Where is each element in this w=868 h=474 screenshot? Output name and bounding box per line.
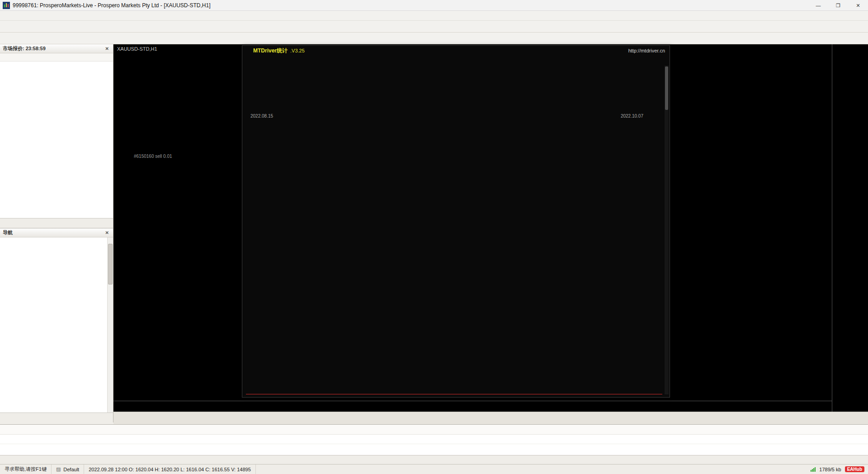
left-panel: 市场报价: 23:58:59 ✕ 导航 ✕ (0, 44, 113, 422)
mtdriver-stats-panel: MTDriver统计 .V3.25 http://mtdriver.cn 202… (242, 45, 670, 398)
menu-bar (0, 11, 868, 21)
navigator-tabs (0, 412, 113, 422)
eahub-logo: EAHub (845, 466, 864, 472)
equity-curve-chart (250, 66, 664, 114)
stats-panel-tabs (254, 56, 660, 66)
line-studies-toolbar (0, 33, 868, 44)
curve-end-date: 2022.10.07 (621, 114, 643, 119)
stats-panel-version: .V3.25 (290, 48, 305, 53)
market-watch-tabs (0, 218, 113, 228)
status-bar: 寻求帮助,请按F1键 ▨Default 2022.09.28 12:00 O: … (0, 464, 868, 474)
close-icon[interactable]: ✕ (104, 46, 110, 51)
restore-button[interactable]: ❐ (828, 0, 848, 11)
terminal-tabs-bar (0, 455, 868, 464)
stats-panel-url[interactable]: http://mtdriver.cn (628, 48, 665, 53)
connection-bars-icon (811, 467, 816, 472)
navigator-scrollbar[interactable] (107, 237, 113, 412)
order-row[interactable] (0, 435, 868, 444)
window-title: 99998761: ProsperoMarkets-Live - Prosper… (13, 2, 808, 9)
market-watch-titlebar: 市场报价: 23:58:59 ✕ (0, 44, 113, 53)
chart-tabs-bar (113, 412, 868, 424)
market-watch-title: 市场报价: 23:58:59 (3, 45, 46, 52)
order-line-label: #6150160 sell 0.01 (134, 154, 172, 159)
orders-table-header (0, 425, 868, 435)
scrollbar-thumb[interactable] (108, 244, 113, 284)
stats-scrollbar[interactable] (665, 66, 669, 394)
market-watch-header (0, 53, 113, 62)
status-profile[interactable]: ▨Default (52, 465, 84, 474)
curve-start-date: 2022.08.15 (250, 114, 273, 119)
status-help: 寻求帮助,请按F1键 (0, 465, 52, 474)
scrollbar-thumb[interactable] (665, 66, 668, 110)
status-ohlc: 2022.09.28 12:00 O: 1620.04 H: 1620.20 L… (84, 465, 256, 474)
app-icon (3, 2, 10, 9)
navigator-titlebar: 导航 ✕ (0, 228, 113, 237)
market-watch-panel: 市场报价: 23:58:59 ✕ (0, 44, 113, 228)
chart-symbol-label: XAUUSD-STD,H1 (117, 46, 157, 52)
price-axis[interactable] (832, 44, 868, 412)
account-summary (0, 444, 868, 453)
stats-table-underline (246, 394, 662, 394)
navigator-title: 导航 (3, 229, 13, 236)
chart-area[interactable]: XAUUSD-STD,H1 #6150160 sell 0.01 MTDrive… (113, 44, 868, 412)
close-icon[interactable]: ✕ (104, 230, 110, 235)
stats-panel-titlebar: MTDriver统计 .V3.25 http://mtdriver.cn (253, 46, 665, 56)
minimize-button[interactable]: — (808, 0, 828, 11)
time-axis[interactable] (113, 401, 832, 412)
close-button[interactable]: ✕ (848, 0, 868, 11)
terminal-panel (0, 424, 868, 455)
standard-toolbar (0, 21, 868, 33)
traffic-counter: 1789/5 kb (819, 467, 841, 472)
navigator-panel: 导航 ✕ (0, 228, 113, 422)
mt4-application: 99998761: ProsperoMarkets-Live - Prosper… (0, 0, 868, 474)
equity-curve-dates: 2022.08.15 2022.10.07 (250, 114, 663, 119)
title-bar: 99998761: ProsperoMarkets-Live - Prosper… (0, 0, 868, 11)
stats-panel-title: MTDriver统计 (253, 47, 288, 55)
